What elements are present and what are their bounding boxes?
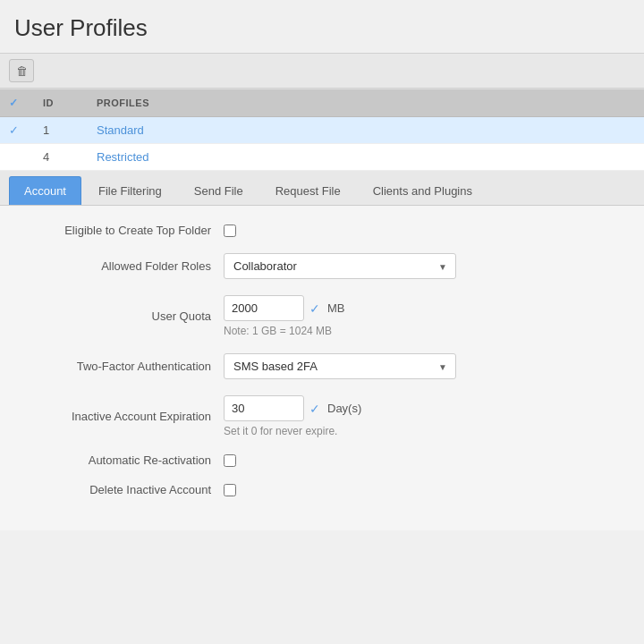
tab-request-file[interactable]: Request File (260, 176, 356, 205)
eligible-top-folder-label: Eligible to Create Top Folder (18, 224, 224, 237)
allowed-folder-roles-control: CollaboratorEditorViewerNone (224, 253, 626, 279)
inactive-expiration-input[interactable] (224, 395, 304, 421)
two-factor-row: Two-Factor Authentication SMS based 2FAA… (18, 353, 626, 379)
two-factor-select[interactable]: SMS based 2FAAuthenticator AppNone (224, 353, 456, 379)
table-header-row: ✓ ID PROFILES (0, 89, 644, 117)
delete-inactive-checkbox[interactable] (224, 484, 236, 496)
profile-link[interactable]: Restricted (97, 150, 149, 164)
delete-icon: 🗑 (16, 64, 28, 78)
profiles-column-header: PROFILES (86, 89, 644, 117)
two-factor-label: Two-Factor Authentication (18, 360, 224, 373)
inactive-expiration-note: Set it 0 for never expire. (224, 425, 361, 437)
profile-link[interactable]: Standard (97, 123, 144, 137)
delete-inactive-control (224, 484, 626, 496)
inactive-expiration-control: ✓ Day(s) Set it 0 for never expire. (224, 395, 626, 437)
two-factor-control: SMS based 2FAAuthenticator AppNone (224, 353, 626, 379)
eligible-top-folder-control (224, 225, 626, 237)
table-row[interactable]: 4Restricted (0, 144, 644, 171)
table-row[interactable]: ✓1Standard (0, 117, 644, 144)
id-column-header: ID (32, 89, 86, 117)
profiles-table-body: ✓1Standard4Restricted (0, 117, 644, 171)
page-title-area: User Profiles (0, 0, 644, 53)
allowed-folder-roles-select-wrapper: CollaboratorEditorViewerNone (224, 253, 456, 279)
tab-send-file[interactable]: Send File (179, 176, 258, 205)
check-column-header: ✓ (0, 89, 32, 117)
check-all-icon: ✓ (9, 97, 19, 109)
allowed-folder-roles-select[interactable]: CollaboratorEditorViewerNone (224, 253, 456, 279)
tab-file-filtering[interactable]: File Filtering (83, 176, 177, 205)
row-check-cell (0, 144, 32, 171)
row-profile-cell[interactable]: Restricted (86, 144, 644, 171)
delete-button[interactable]: 🗑 (9, 59, 34, 82)
user-quota-input-row: ✓ MB (224, 295, 345, 321)
eligible-top-folder-checkbox[interactable] (224, 225, 236, 237)
allowed-folder-roles-row: Allowed Folder Roles CollaboratorEditorV… (18, 253, 626, 279)
inactive-expiration-group: ✓ Day(s) Set it 0 for never expire. (224, 395, 361, 437)
form-area: Eligible to Create Top Folder Allowed Fo… (0, 206, 644, 530)
profiles-table-container: ✓ ID PROFILES ✓1Standard4Restricted (0, 89, 644, 171)
tabs-container: AccountFile FilteringSend FileRequest Fi… (0, 171, 644, 206)
toolbar: 🗑 (0, 53, 644, 89)
user-quota-label: User Quota (18, 309, 224, 323)
tab-clients-and-plugins[interactable]: Clients and Plugins (358, 176, 487, 205)
two-factor-select-wrapper: SMS based 2FAAuthenticator AppNone (224, 353, 456, 379)
auto-reactivation-row: Automatic Re-activation (18, 453, 626, 467)
user-quota-group: ✓ MB Note: 1 GB = 1024 MB (224, 295, 345, 337)
delete-inactive-label: Delete Inactive Account (18, 483, 224, 496)
user-quota-check-icon: ✓ (309, 301, 320, 316)
page-title: User Profiles (14, 14, 630, 42)
user-quota-unit: MB (327, 301, 345, 315)
user-quota-row: User Quota ✓ MB Note: 1 GB = 1024 MB (18, 295, 626, 337)
profiles-table: ✓ ID PROFILES ✓1Standard4Restricted (0, 89, 644, 171)
delete-inactive-row: Delete Inactive Account (18, 483, 626, 496)
auto-reactivation-label: Automatic Re-activation (18, 453, 224, 467)
eligible-top-folder-row: Eligible to Create Top Folder (18, 224, 626, 237)
tab-account[interactable]: Account (9, 176, 81, 205)
user-quota-note: Note: 1 GB = 1024 MB (224, 325, 345, 337)
user-quota-input[interactable] (224, 295, 304, 321)
inactive-expiration-unit: Day(s) (327, 402, 361, 415)
inactive-expiration-check-icon: ✓ (309, 402, 320, 416)
user-quota-control: ✓ MB Note: 1 GB = 1024 MB (224, 295, 626, 337)
row-id-cell: 4 (32, 144, 86, 171)
allowed-folder-roles-label: Allowed Folder Roles (18, 259, 224, 273)
inactive-expiration-label: Inactive Account Expiration (18, 410, 224, 423)
auto-reactivation-checkbox[interactable] (224, 454, 236, 467)
inactive-expiration-row: Inactive Account Expiration ✓ Day(s) Set… (18, 395, 626, 437)
row-id-cell: 1 (32, 117, 86, 144)
auto-reactivation-control (224, 454, 626, 467)
row-profile-cell[interactable]: Standard (86, 117, 644, 144)
inactive-expiration-input-row: ✓ Day(s) (224, 395, 361, 421)
row-check-icon: ✓ (9, 123, 19, 137)
row-check-cell: ✓ (0, 117, 32, 144)
